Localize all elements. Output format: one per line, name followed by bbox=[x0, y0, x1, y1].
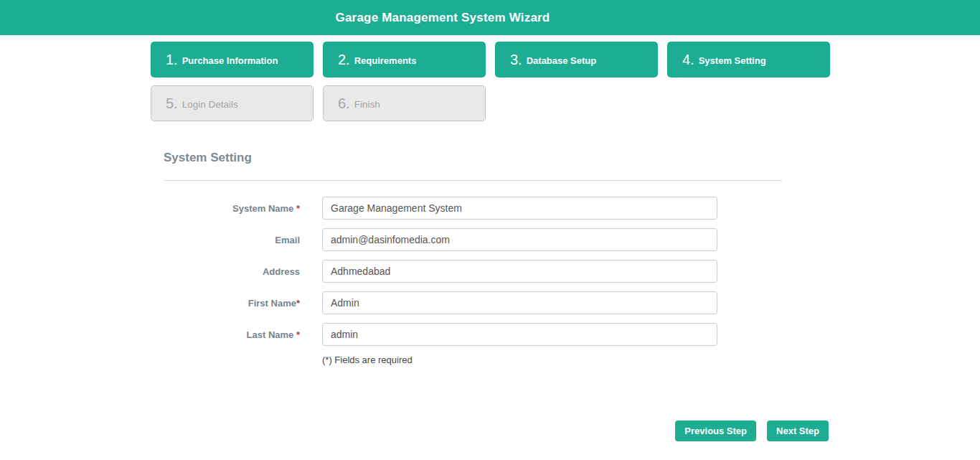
wizard-steps: 1. Purchase Information 2. Requirements … bbox=[151, 42, 830, 121]
required-asterisk: * bbox=[296, 298, 300, 309]
step-purchase-information[interactable]: 1. Purchase Information bbox=[151, 42, 314, 78]
form-row: Email bbox=[164, 228, 782, 251]
step-database-setup[interactable]: 3. Database Setup bbox=[495, 42, 658, 78]
step-label: System Setting bbox=[699, 53, 766, 66]
form-row: First Name* bbox=[164, 291, 782, 314]
next-step-button[interactable]: Next Step bbox=[767, 421, 829, 441]
section-title: System Setting bbox=[164, 151, 782, 165]
form-row: Address bbox=[164, 260, 782, 283]
required-fields-note: (*) Fields are required bbox=[322, 355, 782, 365]
step-finish[interactable]: 6. Finish bbox=[323, 85, 486, 121]
step-label: Database Setup bbox=[527, 53, 597, 66]
last-name-label: Last Name * bbox=[164, 329, 300, 340]
first-name-input[interactable] bbox=[322, 291, 717, 314]
step-requirements[interactable]: 2. Requirements bbox=[323, 42, 486, 78]
step-login-details[interactable]: 5. Login Details bbox=[151, 85, 314, 121]
section-divider bbox=[164, 180, 782, 181]
step-number: 3. bbox=[510, 52, 522, 68]
step-system-setting[interactable]: 4. System Setting bbox=[667, 42, 830, 78]
address-input[interactable] bbox=[322, 260, 717, 283]
required-asterisk: * bbox=[293, 203, 300, 214]
form-row: Last Name * bbox=[164, 323, 782, 346]
address-label: Address bbox=[164, 266, 300, 277]
step-number: 2. bbox=[338, 52, 350, 68]
system-name-input[interactable] bbox=[322, 197, 717, 220]
step-label: Purchase Information bbox=[182, 53, 278, 66]
required-asterisk: * bbox=[293, 329, 300, 340]
system-setting-form: System Name * Email Address First Name* … bbox=[164, 197, 782, 365]
step-label: Finish bbox=[354, 97, 380, 110]
page-title: Garage Management System Wizard bbox=[336, 11, 550, 24]
last-name-input[interactable] bbox=[322, 323, 717, 346]
email-label: Email bbox=[164, 235, 300, 245]
email-input[interactable] bbox=[322, 228, 717, 251]
step-number: 1. bbox=[166, 52, 178, 68]
app-header: Garage Management System Wizard bbox=[0, 0, 980, 35]
step-label: Login Details bbox=[182, 97, 238, 110]
step-number: 4. bbox=[682, 52, 694, 68]
system-name-label: System Name * bbox=[164, 203, 300, 214]
form-row: System Name * bbox=[164, 197, 782, 220]
system-setting-section: System Setting System Name * Email Addre… bbox=[164, 151, 782, 365]
step-label: Requirements bbox=[354, 53, 417, 66]
step-number: 5. bbox=[166, 95, 178, 112]
first-name-label: First Name* bbox=[164, 298, 300, 309]
step-number: 6. bbox=[338, 95, 350, 112]
wizard-footer: Previous Step Next Step bbox=[151, 421, 829, 441]
previous-step-button[interactable]: Previous Step bbox=[675, 421, 756, 441]
